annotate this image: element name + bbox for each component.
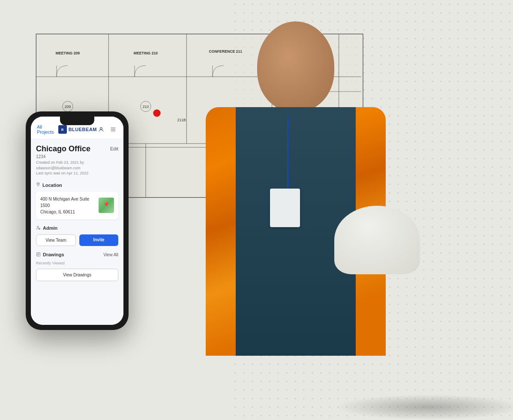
location-card: 400 N Michigan Ave Suite 1500 Chicago, I… <box>36 192 118 219</box>
admin-buttons: View Team Invite <box>36 234 118 246</box>
worker-figure <box>171 0 471 420</box>
worker-helmet <box>334 206 420 274</box>
svg-point-41 <box>153 109 160 117</box>
drawings-section-header: Drawings View All <box>36 252 118 258</box>
svg-text:209: 209 <box>65 105 71 109</box>
svg-text:MEETING 210: MEETING 210 <box>134 51 158 55</box>
svg-point-49 <box>37 226 39 228</box>
worker-badge-strap <box>287 116 288 193</box>
worker-shadow <box>334 394 513 420</box>
scene-container: 209 210 211B MEETING 209 MEETING 210 CON… <box>0 0 513 420</box>
drawings-section: Drawings View All Recently Viewed View D… <box>36 252 118 281</box>
edit-link[interactable]: Edit <box>110 146 118 151</box>
phone-header-icons <box>97 125 117 134</box>
bluebeam-logo-text: BLUEBEAM <box>69 127 97 132</box>
invite-button[interactable]: Invite <box>79 234 118 246</box>
view-all-link[interactable]: View All <box>103 252 118 257</box>
bluebeam-logo: B BLUEBEAM <box>58 125 97 134</box>
menu-icon[interactable] <box>109 125 117 134</box>
phone-screen: All Projects B BLUEBEAM <box>31 117 123 325</box>
admin-icon <box>36 225 41 231</box>
svg-point-44 <box>100 127 102 129</box>
svg-text:210: 210 <box>143 105 149 109</box>
worker-id-badge <box>270 189 300 227</box>
project-id: 1234 <box>36 154 118 159</box>
view-drawings-button[interactable]: View Drawings <box>36 269 118 281</box>
phone-mockup: All Projects B BLUEBEAM <box>26 111 129 330</box>
drawings-icon <box>36 252 41 258</box>
all-projects-link[interactable]: All Projects <box>37 124 58 135</box>
svg-text:MEETING 209: MEETING 209 <box>56 51 80 55</box>
location-section-label: Location <box>36 182 118 188</box>
drawings-section-label: Drawings <box>36 252 64 258</box>
phone-content: Chicago Office Edit 1234 Created on Feb … <box>31 139 123 325</box>
location-icon <box>36 182 40 188</box>
map-thumbnail: 📍 <box>99 198 114 213</box>
bluebeam-logo-icon: B <box>58 125 67 134</box>
admin-section: Admin View Team Invite <box>36 225 118 246</box>
project-title: Chicago Office <box>36 144 90 153</box>
recently-viewed-label: Recently Viewed <box>36 261 118 265</box>
phone-notch <box>60 117 94 125</box>
project-created: Created on Feb 23, 2021 by sdawson@blueb… <box>36 160 118 176</box>
location-text: 400 N Michigan Ave Suite 1500 Chicago, I… <box>40 196 99 215</box>
svg-point-48 <box>38 183 39 184</box>
worker-head <box>257 21 334 111</box>
project-title-row: Chicago Office Edit <box>36 144 118 153</box>
admin-section-label: Admin <box>36 225 118 231</box>
user-icon[interactable] <box>97 125 105 134</box>
view-team-button[interactable]: View Team <box>36 234 76 246</box>
